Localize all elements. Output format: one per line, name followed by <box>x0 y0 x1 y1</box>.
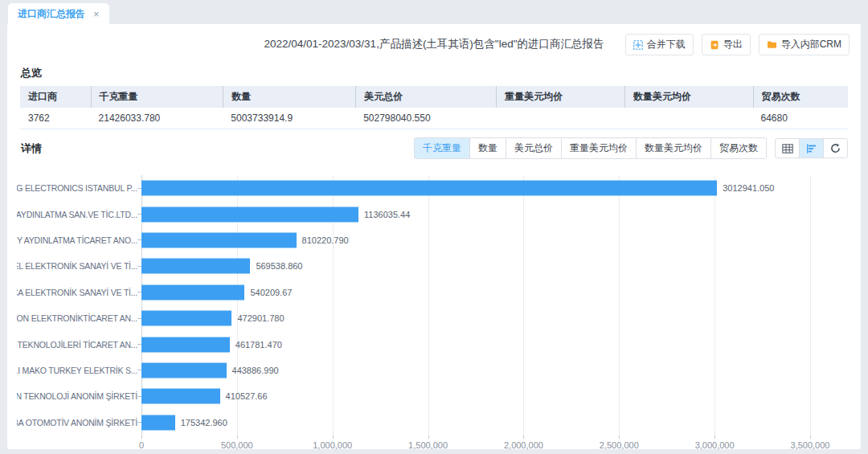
bar-track: 810220.790 <box>141 227 810 253</box>
bar-track: 3012941.050 <box>141 175 810 201</box>
bar[interactable] <box>141 259 250 274</box>
overview-col-header-3: 美元总价 <box>355 86 496 108</box>
metric-tabs: 千克重量数量美元总价重量美元均价数量美元均价贸易次数 <box>414 137 767 159</box>
header-actions: 合并下载 导出 导入内部CRM <box>625 34 850 55</box>
view-switcher <box>775 138 848 158</box>
overview-cell-0: 3762 <box>20 108 91 129</box>
bar-value-label: 461781.470 <box>235 340 282 350</box>
chart-row: FARBA OTOMOTİV ANONİM ŞİRKETİ175342.960 <box>17 410 810 436</box>
overview-col-header-6: 贸易次数 <box>753 86 848 108</box>
bar[interactable] <box>141 181 717 196</box>
category-label: ATMACA ELEKTRONİK SANAYİ VE Tİ... <box>17 288 137 297</box>
chart-row: APRON TEKNOLOJİ ANONİM ŞİRKETİ410527.66 <box>17 383 810 409</box>
overview-header-row: 进口商千克重量数量美元总价重量美元均价数量美元均价贸易次数 <box>20 86 848 108</box>
metric-tab-3[interactable]: 重量美元均价 <box>561 137 637 159</box>
x-tick-label-3: 1,500,000 <box>408 440 448 450</box>
table-icon[interactable] <box>775 138 800 158</box>
chart-row: MARELLI MAKO TURKEY ELEKTRİK S...443886.… <box>17 358 810 383</box>
bar-value-label: 443886.990 <box>232 366 279 375</box>
category-label-text: TP VISION ELEKTRONİKTİCARET AN... <box>17 313 137 323</box>
report-header: 2022/04/01-2023/03/31,产品描述(土耳其语)包含"led"的… <box>7 24 861 59</box>
import-crm-button[interactable]: 导入内部CRM <box>759 34 850 55</box>
bar-value-label: 810220.790 <box>302 235 349 245</box>
chart-row: SAMSUNG ELECTRONICS ISTANBUL P...3012941… <box>17 175 810 201</box>
bar-track: 569538.860 <box>141 253 810 279</box>
chart-x-axis: 0500,0001,000,0001,500,0002,000,0002,500… <box>141 436 810 450</box>
bar-track: 472901.780 <box>141 305 810 331</box>
category-label-text: UĞUR AYDINLATMA SAN.VE TİC.LTD... <box>17 210 137 219</box>
category-label-text: OSRAM TEKNOLOJİLERİ TİCARET AN... <box>17 340 137 350</box>
bar-value-label: 3012941.050 <box>723 183 774 193</box>
category-label: UĞUR AYDINLATMA SAN.VE TİC.LTD... <box>17 210 137 219</box>
bar-value-label: 569538.860 <box>256 261 302 271</box>
tab-bar: 进口商汇总报告 × <box>0 0 868 24</box>
export-button[interactable]: 导出 <box>702 34 751 55</box>
metric-tab-1[interactable]: 数量 <box>469 137 506 159</box>
bar[interactable] <box>141 232 297 247</box>
overview-cell-6: 64680 <box>753 108 848 129</box>
bar-value-label: 540209.67 <box>250 288 292 297</box>
category-label-text: VESTEL ELEKTRONİK SANAYİ VE Tİ... <box>17 261 137 271</box>
bar-track: 175342.960 <box>141 410 810 436</box>
bar-value-label: 410527.66 <box>226 391 268 401</box>
bar-track: 410527.66 <box>141 383 810 409</box>
category-label: FARBA OTOMOTİV ANONİM ŞİRKETİ <box>17 418 137 427</box>
overview-table: 进口商千克重量数量美元总价重量美元均价数量美元均价贸易次数 3762214260… <box>20 86 848 129</box>
metric-tab-2[interactable]: 美元总价 <box>506 137 562 159</box>
category-label-text: FARBA OTOMOTİV ANONİM ŞİRKETİ <box>17 418 137 427</box>
merge-download-button[interactable]: 合并下载 <box>625 34 694 55</box>
category-label-text: SİGNİFY AYDINLATMA TİCARET ANO... <box>17 235 137 245</box>
category-label: TP VISION ELEKTRONİKTİCARET AN... <box>17 313 137 323</box>
detail-toolbar: 详情 千克重量数量美元总价重量美元均价数量美元均价贸易次数 <box>7 137 848 159</box>
refresh-icon[interactable] <box>823 138 848 158</box>
x-tick-label-7: 3,500,000 <box>791 440 830 450</box>
bar-chart-icon[interactable] <box>799 138 824 158</box>
category-label: OSRAM TEKNOLOJİLERİ TİCARET AN... <box>17 340 137 350</box>
export-icon <box>710 40 719 50</box>
x-tick-label-5: 2,500,000 <box>600 440 639 450</box>
chart-row: ATMACA ELEKTRONİK SANAYİ VE Tİ...540209.… <box>17 280 810 305</box>
close-icon[interactable]: × <box>93 9 100 19</box>
bar-track: 540209.67 <box>141 280 810 305</box>
bar[interactable] <box>141 362 227 378</box>
merge-download-label: 合并下载 <box>647 38 686 51</box>
chart-row: UĞUR AYDINLATMA SAN.VE TİC.LTD...1136035… <box>17 201 810 227</box>
overview-col-header-4: 重量美元均价 <box>496 86 624 108</box>
overview-data-row: 376221426033.7805003733914.9502798040.55… <box>20 108 848 129</box>
metric-tab-4[interactable]: 数量美元均价 <box>636 137 711 159</box>
bar[interactable] <box>141 207 358 222</box>
overview-col-header-1: 千克重量 <box>91 86 223 108</box>
metric-tab-5[interactable]: 贸易次数 <box>710 137 767 159</box>
overview-cell-2: 5003733914.9 <box>223 108 355 129</box>
detail-controls: 千克重量数量美元总价重量美元均价数量美元均价贸易次数 <box>414 137 848 159</box>
category-label: APRON TEKNOLOJİ ANONİM ŞİRKETİ <box>17 391 137 401</box>
bar-track: 1136035.44 <box>141 201 810 227</box>
category-label: MARELLI MAKO TURKEY ELEKTRİK S... <box>17 366 137 375</box>
overview-cell-3: 502798040.550 <box>355 108 496 129</box>
x-tick-label-2: 1,000,000 <box>313 440 352 450</box>
x-tick-label-4: 2,000,000 <box>504 440 543 450</box>
bar[interactable] <box>141 415 175 430</box>
x-tick-label-6: 3,000,000 <box>695 440 735 450</box>
tab-importer-summary-report[interactable]: 进口商汇总报告 × <box>8 3 109 24</box>
chart-row: SİGNİFY AYDINLATMA TİCARET ANO...810220.… <box>17 227 810 253</box>
bar[interactable] <box>141 284 244 300</box>
tick-mark <box>810 436 811 439</box>
bar-value-label: 1136035.44 <box>364 210 410 219</box>
bar[interactable] <box>141 311 231 326</box>
overview-cell-1: 21426033.780 <box>91 108 223 129</box>
category-label: SİGNİFY AYDINLATMA TİCARET ANO... <box>17 235 137 245</box>
category-label-text: MARELLI MAKO TURKEY ELEKTRİK S... <box>17 366 137 375</box>
bar[interactable] <box>141 337 230 352</box>
bar[interactable] <box>141 389 220 404</box>
chart-rows: SAMSUNG ELECTRONICS ISTANBUL P...3012941… <box>17 175 810 436</box>
import-crm-label: 导入内部CRM <box>781 38 841 51</box>
bar-value-label: 472901.780 <box>237 313 284 323</box>
overview-cell-4 <box>496 108 624 129</box>
overview-col-header-0: 进口商 <box>20 86 91 108</box>
x-tick-label-0: 0 <box>139 440 144 450</box>
bar-track: 443886.990 <box>141 358 810 383</box>
category-label-text: SAMSUNG ELECTRONICS ISTANBUL P... <box>17 183 137 193</box>
tab-title: 进口商汇总报告 <box>18 7 85 21</box>
metric-tab-0[interactable]: 千克重量 <box>414 137 470 159</box>
